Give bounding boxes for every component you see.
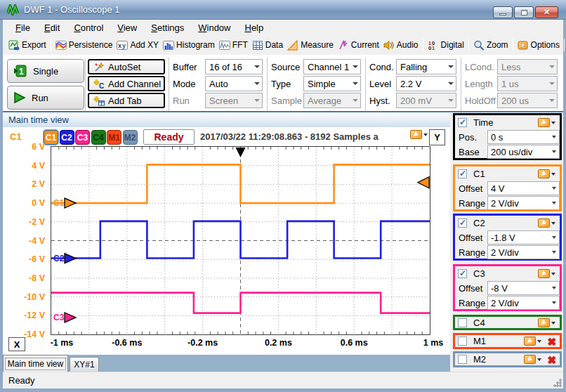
c3-options-button[interactable]: [538, 269, 555, 278]
c2-checkbox[interactable]: [458, 218, 467, 228]
menu-help[interactable]: Help: [237, 21, 270, 34]
menu-settings[interactable]: Settings: [144, 21, 191, 34]
level-select[interactable]: 2.2 V: [396, 76, 456, 91]
m2-options-icon: [524, 355, 536, 364]
data-button[interactable]: Data: [250, 39, 285, 52]
toolbar-separator: [564, 39, 565, 51]
measure-button[interactable]: Measure: [285, 39, 336, 52]
c2-range-select[interactable]: 2 V/div: [487, 245, 560, 259]
add-xy-button[interactable]: xy Add XY: [114, 39, 161, 52]
tab-xy1[interactable]: XY#1: [70, 357, 99, 372]
histogram-button[interactable]: Histogram: [161, 39, 217, 52]
options-icon: [518, 40, 529, 51]
zoom-button[interactable]: Zoom: [471, 39, 511, 52]
m2-checkbox[interactable]: [458, 355, 467, 364]
tab-main-time-view[interactable]: Main time view: [3, 355, 68, 372]
time-position-select[interactable]: 0 s: [487, 130, 560, 144]
time-options-icon: [538, 118, 550, 127]
cond-select[interactable]: Falling: [396, 59, 456, 74]
persistence-button[interactable]: Persistence: [53, 39, 115, 52]
x-axis-labels: -1 ms-0.6 ms-0.2 ms0.2 ms0.6 ms1 ms: [51, 338, 430, 349]
channel-button-m2[interactable]: M2: [123, 130, 138, 145]
mode-label: Mode: [173, 79, 196, 89]
fft-button[interactable]: FFT: [217, 39, 250, 52]
source-select[interactable]: Channel 1: [303, 59, 361, 74]
menu-file[interactable]: File: [8, 21, 37, 34]
add-tab-icon: [93, 96, 105, 106]
audio-button[interactable]: Audio: [381, 39, 421, 52]
time-options-button[interactable]: [538, 118, 555, 127]
c3-offset-select[interactable]: -8 V: [487, 281, 560, 295]
main-view-header: Main time view: [3, 112, 450, 127]
menu-window[interactable]: Window: [191, 21, 237, 34]
close-button[interactable]: ✕: [535, 6, 558, 18]
acquisition-status-button[interactable]: Ready: [143, 129, 195, 145]
channel-button-c1[interactable]: C1: [44, 130, 58, 145]
add-xy-icon: xy: [117, 40, 128, 51]
c1-options-button[interactable]: [538, 169, 555, 178]
mode-select[interactable]: Auto: [205, 76, 263, 91]
single-button[interactable]: 1 Single: [7, 59, 84, 83]
time-checkbox[interactable]: [458, 118, 467, 127]
export-icon: [8, 40, 20, 51]
add-channel-icon: C: [93, 79, 105, 89]
c4-checkbox[interactable]: [458, 318, 467, 327]
channel-button-c3[interactable]: C3: [75, 130, 90, 145]
channel-button-m1[interactable]: M1: [107, 130, 121, 145]
type-select[interactable]: Simple: [303, 76, 361, 91]
sample-select[interactable]: Average: [303, 93, 361, 108]
run-mode-label: Run: [173, 96, 190, 106]
holdoff-select[interactable]: 200 us: [497, 93, 558, 108]
time-base-select[interactable]: 200 us/div: [487, 145, 560, 159]
m1-delete-button[interactable]: ✖: [547, 336, 556, 348]
current-button[interactable]: Current: [336, 39, 381, 52]
c4-panel: C4: [453, 315, 562, 330]
resize-grip[interactable]: [553, 378, 562, 387]
svg-text:x: x: [118, 42, 121, 49]
m2-options-button[interactable]: [524, 355, 541, 364]
window-title: DWF 1 - Oscilloscope 1: [24, 4, 120, 15]
x-axis-button[interactable]: X: [8, 337, 25, 351]
m2-delete-button[interactable]: ✖: [547, 354, 556, 367]
menu-view[interactable]: View: [110, 21, 144, 34]
length-select[interactable]: 1 us: [497, 76, 558, 91]
options-button[interactable]: Options: [515, 39, 562, 52]
buffer-select[interactable]: 16 of 16: [205, 59, 263, 74]
y-tick-label: 6 V: [8, 142, 45, 152]
run-button[interactable]: Run: [7, 86, 84, 110]
toolbar-separator: [468, 39, 469, 51]
channel-button-c2[interactable]: C2: [60, 130, 74, 145]
channel-button-c4[interactable]: C4: [91, 130, 106, 145]
menu-control[interactable]: Control: [67, 21, 110, 34]
app-window: DWF 1 - Oscilloscope 1 ✕ File Edit Contr…: [0, 0, 566, 392]
autoset-button[interactable]: AutoSet: [88, 59, 165, 74]
c2-options-button[interactable]: [538, 218, 555, 228]
waveform-plot[interactable]: C1C2C3: [51, 146, 430, 335]
add-channel-button[interactable]: C Add Channel: [88, 76, 165, 91]
hyst-select[interactable]: 200 mV: [396, 93, 456, 108]
plot-options-button[interactable]: [410, 130, 428, 139]
lcond-select[interactable]: Less: [497, 59, 558, 74]
dropdown-arrow-icon: [551, 222, 555, 227]
add-tab-button[interactable]: Add Tab: [88, 93, 165, 108]
digital-button[interactable]: 1001 Digital: [426, 39, 466, 52]
minimize-button[interactable]: [493, 6, 513, 18]
export-button[interactable]: Export: [6, 39, 48, 52]
sidebar: Time Pos. 0 s Base 200 us/div C1 Offset …: [450, 113, 563, 372]
c1-range-select[interactable]: 2 V/div: [487, 196, 560, 210]
run-mode-select[interactable]: Screen: [205, 93, 263, 108]
lcond-label: LCond.: [465, 62, 494, 72]
c2-offset-select[interactable]: -1.8 V: [487, 230, 560, 244]
c1-checkbox[interactable]: [458, 169, 467, 178]
c4-options-button[interactable]: [538, 318, 555, 327]
time-panel: Time Pos. 0 s Base 200 us/div: [453, 113, 562, 160]
c3-checkbox[interactable]: [458, 269, 467, 278]
c1-offset-select[interactable]: 4 V: [487, 181, 560, 195]
y-axis-button[interactable]: Y: [429, 129, 445, 145]
maximize-button[interactable]: [514, 6, 534, 18]
c3-range-select[interactable]: 2 V/div: [487, 296, 560, 310]
m1-options-button[interactable]: [524, 337, 541, 346]
m1-checkbox[interactable]: [458, 337, 467, 346]
menu-edit[interactable]: Edit: [37, 21, 67, 34]
window-content: File Edit Control View Settings Window H…: [3, 20, 563, 388]
